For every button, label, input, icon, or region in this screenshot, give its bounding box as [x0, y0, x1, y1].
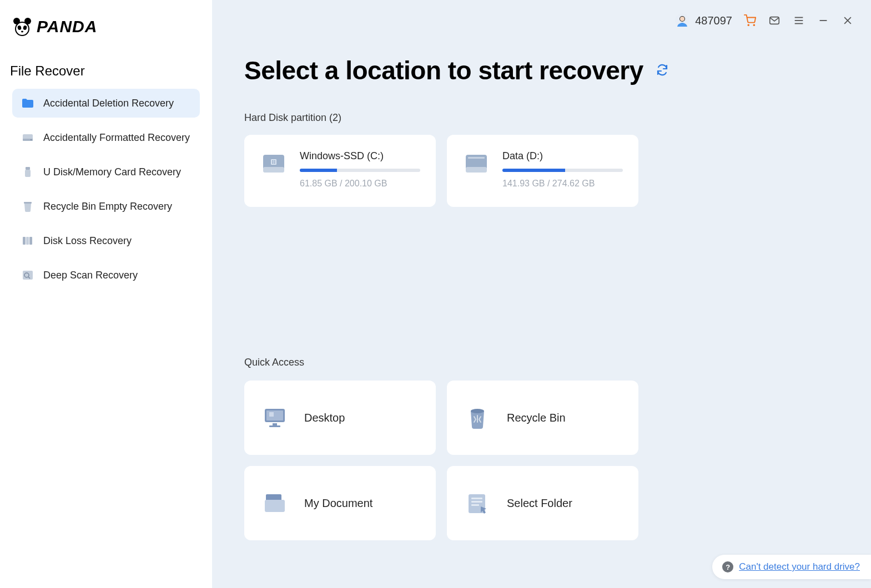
- quick-card-label: Select Folder: [507, 497, 572, 510]
- quick-access-grid: Desktop Recycle Bin My Document Select F…: [244, 381, 838, 540]
- svg-rect-43: [273, 423, 277, 425]
- sidebar-item-formatted[interactable]: Accidentally Formatted Recovery: [12, 123, 200, 152]
- svg-rect-47: [265, 500, 285, 512]
- svg-rect-10: [25, 170, 31, 177]
- sidebar-title: File Recover: [0, 53, 212, 89]
- desktop-icon: [261, 404, 289, 432]
- page-title: Select a location to start recovery: [244, 55, 643, 85]
- quick-card-recycle-bin[interactable]: Recycle Bin: [447, 381, 638, 455]
- quick-card-my-document[interactable]: My Document: [244, 466, 436, 540]
- panda-logo-icon: [12, 17, 32, 37]
- help-link[interactable]: Can't detect your hard drive?: [739, 561, 860, 572]
- progress-bar: [300, 169, 420, 172]
- svg-rect-39: [468, 157, 485, 159]
- sidebar-item-label: Disk Loss Recovery: [43, 235, 132, 247]
- user-chip[interactable]: 487097: [675, 13, 732, 28]
- scan-icon: [21, 268, 34, 282]
- sidebar-item-disk-loss[interactable]: Disk Loss Recovery: [12, 226, 200, 255]
- user-number: 487097: [695, 14, 732, 27]
- svg-rect-41: [266, 410, 283, 420]
- svg-point-21: [748, 24, 749, 26]
- sidebar-item-udisk[interactable]: U Disk/Memory Card Recovery: [12, 158, 200, 186]
- partition-body: Data (D:) 141.93 GB / 274.62 GB: [502, 150, 623, 189]
- svg-rect-42: [269, 412, 274, 417]
- svg-point-45: [471, 409, 484, 413]
- quick-card-select-folder[interactable]: Select Folder: [447, 466, 638, 540]
- svg-rect-9: [26, 167, 30, 170]
- header: 487097: [658, 0, 871, 41]
- svg-rect-31: [263, 167, 284, 173]
- svg-point-8: [31, 139, 32, 140]
- svg-point-22: [753, 24, 754, 26]
- sidebar-item-recycle-bin[interactable]: Recycle Bin Empty Recovery: [12, 192, 200, 221]
- select-folder-icon: [464, 489, 491, 517]
- quick-card-label: Recycle Bin: [507, 412, 566, 424]
- quick-card-label: My Document: [304, 497, 372, 510]
- sidebar-item-label: U Disk/Memory Card Recovery: [43, 166, 181, 178]
- svg-rect-44: [269, 425, 280, 427]
- quick-access-label: Quick Access: [244, 357, 838, 368]
- menu-icon[interactable]: [792, 14, 805, 27]
- sidebar-item-label: Accidental Deletion Recovery: [43, 98, 174, 109]
- partition-size: 141.93 GB / 274.62 GB: [502, 179, 623, 189]
- partition-name: Data (D:): [502, 150, 623, 162]
- help-icon: ?: [722, 561, 733, 572]
- svg-rect-32: [271, 159, 276, 165]
- svg-point-2: [16, 22, 29, 36]
- page-title-row: Select a location to start recovery: [244, 55, 838, 85]
- hdd-icon: [21, 131, 34, 144]
- recycle-bin-icon: [464, 404, 491, 432]
- data-drive-icon: [462, 150, 490, 178]
- minimize-icon[interactable]: [817, 14, 830, 27]
- sidebar-item-accidental-deletion[interactable]: Accidental Deletion Recovery: [12, 89, 200, 118]
- system-drive-icon: [260, 150, 288, 178]
- sidebar-item-deep-scan[interactable]: Deep Scan Recovery: [12, 261, 200, 290]
- mail-icon[interactable]: [768, 14, 781, 27]
- quick-card-label: Desktop: [304, 412, 345, 424]
- quick-card-desktop[interactable]: Desktop: [244, 381, 436, 455]
- svg-rect-35: [272, 163, 274, 164]
- svg-rect-36: [274, 163, 276, 164]
- progress-fill: [300, 169, 337, 172]
- main-content: 487097 Select a location to start recove…: [212, 0, 871, 588]
- disks-icon: [21, 234, 34, 247]
- close-icon[interactable]: [841, 14, 854, 27]
- svg-point-5: [21, 31, 23, 33]
- sidebar-nav: Accidental Deletion Recovery Accidentall…: [0, 89, 212, 290]
- svg-point-20: [680, 17, 684, 21]
- svg-rect-12: [23, 237, 26, 245]
- cart-icon[interactable]: [743, 14, 757, 27]
- svg-rect-13: [26, 237, 29, 245]
- sidebar-item-label: Recycle Bin Empty Recovery: [43, 201, 172, 212]
- usb-icon: [21, 165, 34, 179]
- partition-body: Windows-SSD (C:) 61.85 GB / 200.10 GB: [300, 150, 420, 189]
- svg-rect-38: [466, 167, 487, 173]
- svg-rect-11: [24, 202, 32, 204]
- svg-rect-33: [272, 160, 274, 162]
- folder-icon: [21, 97, 34, 110]
- partition-size: 61.85 GB / 200.10 GB: [300, 179, 420, 189]
- partition-name: Windows-SSD (C:): [300, 150, 420, 162]
- svg-rect-51: [471, 504, 479, 506]
- trash-icon: [21, 200, 34, 213]
- brand-logo: PANDA: [0, 11, 212, 53]
- sidebar-item-label: Accidentally Formatted Recovery: [43, 132, 190, 144]
- partition-card-d[interactable]: Data (D:) 141.93 GB / 274.62 GB: [447, 135, 638, 207]
- svg-rect-50: [471, 501, 482, 503]
- progress-fill: [502, 169, 565, 172]
- svg-rect-14: [29, 237, 32, 245]
- brand-text: PANDA: [37, 17, 97, 36]
- svg-rect-34: [274, 160, 276, 162]
- sidebar-item-label: Deep Scan Recovery: [43, 270, 138, 281]
- help-pill[interactable]: ? Can't detect your hard drive?: [712, 555, 871, 579]
- partition-section-label: Hard Disk partition (2): [244, 112, 838, 124]
- avatar-icon: [675, 13, 689, 28]
- document-folder-icon: [261, 489, 289, 517]
- partition-card-c[interactable]: Windows-SSD (C:) 61.85 GB / 200.10 GB: [244, 135, 436, 207]
- progress-bar: [502, 169, 623, 172]
- partition-row: Windows-SSD (C:) 61.85 GB / 200.10 GB Da…: [244, 135, 838, 207]
- sidebar: PANDA File Recover Accidental Deletion R…: [0, 0, 212, 588]
- refresh-icon[interactable]: [656, 63, 670, 78]
- svg-rect-49: [471, 498, 482, 499]
